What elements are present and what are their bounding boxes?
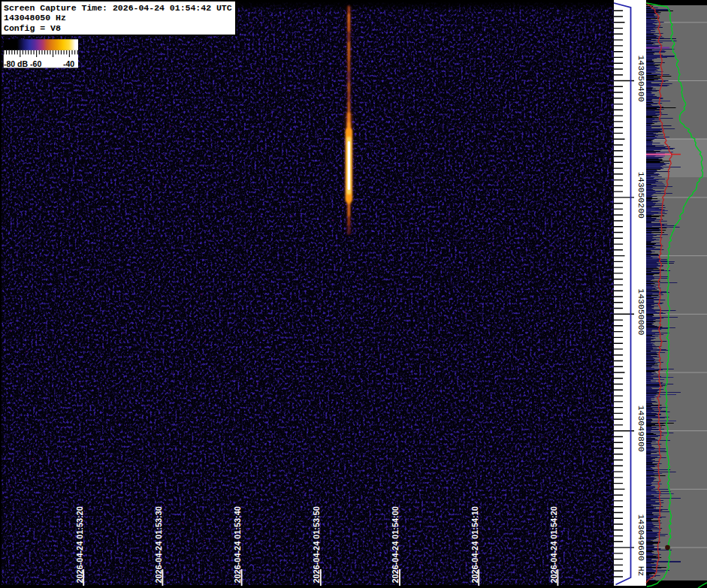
svg-text:Config = V8: Config = V8 [4,23,61,33]
svg-text:143050400: 143050400 [636,55,646,101]
svg-text:143049600 Hz: 143049600 Hz [636,514,646,577]
svg-text:2026-04-24 01:54:00: 2026-04-24 01:54:00 [391,506,400,583]
svg-text:2026-04-24 01:54:20: 2026-04-24 01:54:20 [549,506,558,583]
svg-text:143050000: 143050000 [636,288,646,335]
svg-text:-80 dB: -80 dB [4,59,29,68]
svg-text:143048050 Hz: 143048050 Hz [4,13,66,23]
svg-text:2026-04-24 01:54:10: 2026-04-24 01:54:10 [470,506,479,583]
svg-text:2026-04-24 01:53:50: 2026-04-24 01:53:50 [312,506,321,583]
svg-text:2026-04-24 01:53:20: 2026-04-24 01:53:20 [75,506,84,583]
svg-text:Screen Capture Time: 2026-04-2: Screen Capture Time: 2026-04-24 01:54:42… [4,3,232,13]
svg-text:2026-04-24 01:53:30: 2026-04-24 01:53:30 [154,506,163,583]
svg-text:2026-04-24 01:53:40: 2026-04-24 01:53:40 [233,506,242,583]
svg-text:-40: -40 [63,59,74,68]
svg-text:143049800: 143049800 [636,406,646,452]
svg-text:143050200: 143050200 [636,172,646,219]
svg-text:-60: -60 [30,59,41,68]
